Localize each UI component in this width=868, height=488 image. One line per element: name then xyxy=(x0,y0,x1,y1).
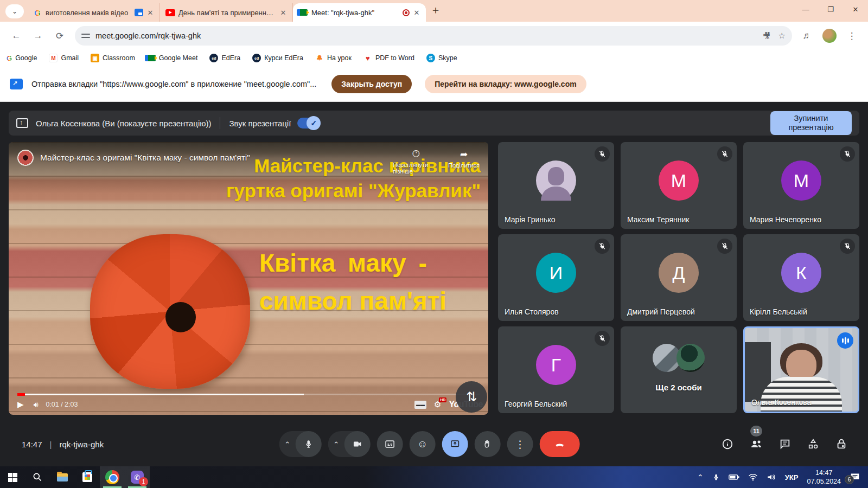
stop-presentation-button[interactable]: Зупинити презентацію xyxy=(770,111,852,134)
participant-tile[interactable]: М Мария Нечепоренко xyxy=(743,142,859,229)
participant-grid: Марія Гринько М Максим Терянник М Мария … xyxy=(498,142,859,413)
window-controls: — ❐ ✕ xyxy=(793,0,868,18)
action-center-icon[interactable]: 6 xyxy=(850,472,860,482)
participant-avatar: К xyxy=(781,253,821,293)
media-controls-icon[interactable]: ♬ xyxy=(798,27,816,45)
participant-tile[interactable]: Д Дмитрий Перцевой xyxy=(621,234,737,321)
volume-icon[interactable] xyxy=(767,473,776,481)
battery-icon[interactable] xyxy=(729,474,739,480)
mic-icon[interactable] xyxy=(296,431,322,457)
participant-name: Георгий Бельский xyxy=(505,400,567,408)
chat-button[interactable] xyxy=(779,438,791,450)
captions-button[interactable] xyxy=(377,431,403,457)
expand-tile-button[interactable]: ⇅ xyxy=(456,381,487,413)
chrome-taskbar-icon[interactable] xyxy=(100,466,125,488)
bookmark-gmail[interactable]: MGmail xyxy=(49,54,79,62)
play-button[interactable]: ▶ xyxy=(17,400,24,409)
url-text[interactable]: meet.google.com/rqk-tjwa-ghk xyxy=(95,31,755,40)
end-call-button[interactable] xyxy=(540,431,580,457)
speaking-indicator-icon xyxy=(837,332,853,349)
bookmark-naurok[interactable]: 🔔︎На урок xyxy=(315,54,352,62)
participant-tile[interactable]: Марія Гринько xyxy=(498,142,614,229)
self-video-tile[interactable]: Ольга Косенкова xyxy=(743,326,859,413)
tab-close-icon[interactable]: ✕ xyxy=(278,8,288,17)
tab-search-button[interactable]: ⌄ xyxy=(5,4,24,18)
back-button[interactable]: ← xyxy=(7,27,25,45)
stop-sharing-button[interactable]: Закрыть доступ xyxy=(331,75,412,93)
tray-mic-icon[interactable] xyxy=(712,473,720,481)
share-button[interactable]: ➦ Поділитися xyxy=(445,149,483,175)
viber-taskbar-icon[interactable]: ✆1 xyxy=(125,466,150,488)
search-button[interactable] xyxy=(25,466,50,488)
mic-control[interactable]: ⌃ xyxy=(279,431,322,457)
reload-button[interactable]: ⟳ xyxy=(50,27,69,45)
language-indicator[interactable]: УКР xyxy=(785,473,799,481)
bookmarks-bar: GGoogle MGmail ▣Classroom Google Meet ed… xyxy=(0,50,868,66)
file-explorer-icon[interactable] xyxy=(50,466,75,488)
tab-close-icon[interactable]: ✕ xyxy=(412,8,422,17)
close-button[interactable]: ✕ xyxy=(843,0,868,18)
bookmark-skype[interactable]: SSkype xyxy=(426,54,457,62)
bookmark-star-icon[interactable]: ☆ xyxy=(778,31,786,41)
more-options-button[interactable]: ⋮ xyxy=(507,431,533,457)
presentation-audio-toggle[interactable]: ✓ xyxy=(297,118,319,129)
camera-icon[interactable] xyxy=(344,431,371,457)
browser-menu-icon[interactable]: ⋮ xyxy=(843,27,861,45)
wifi-icon[interactable] xyxy=(748,473,758,481)
taskbar-clock[interactable]: 14:4707.05.2024 xyxy=(807,468,841,486)
viber-badge: 1 xyxy=(139,477,148,486)
bookmark-edera[interactable]: edEdEra xyxy=(209,54,240,62)
new-tab-button[interactable]: ＋ xyxy=(430,3,441,17)
shared-video-tile[interactable]: Майстер-клас керівника гуртка оригамі "Ж… xyxy=(9,142,488,415)
volume-icon[interactable]: 🔊︎ xyxy=(34,400,39,409)
microsoft-store-icon[interactable] xyxy=(75,466,100,488)
participant-tile[interactable]: К Кірілл Бельській xyxy=(743,234,859,321)
people-button[interactable]: 11 xyxy=(750,438,763,451)
bookmark-google[interactable]: GGoogle xyxy=(7,54,37,62)
tab-3-active[interactable]: Meet: "rqk-tjwa-ghk" ✕ xyxy=(293,3,426,22)
settings-gear-icon[interactable]: ⚙HD xyxy=(434,400,441,409)
overflow-participants-tile[interactable]: Ще 2 особи xyxy=(621,326,737,413)
sharing-message: Отправка вкладки "https://www.google.com… xyxy=(31,80,316,88)
reactions-button[interactable]: ☺ xyxy=(410,431,436,457)
present-button-active[interactable] xyxy=(442,431,468,457)
bookmark-pdf2word[interactable]: ♥PDF to Word xyxy=(363,54,414,62)
activities-button[interactable] xyxy=(807,438,819,450)
youtube-video-title[interactable]: Майстер-клас з оригамі "Квітка маку - си… xyxy=(40,153,250,163)
tab-2[interactable]: День пам'яті та примирення 8 ✕ xyxy=(160,3,293,22)
camera-permission-icon[interactable]: 🎥︎ xyxy=(763,31,771,41)
bookmark-classroom[interactable]: ▣Classroom xyxy=(91,54,135,62)
restore-button[interactable]: ❐ xyxy=(818,0,843,18)
camera-options-chevron[interactable]: ⌃ xyxy=(328,440,344,448)
profile-avatar[interactable] xyxy=(822,29,837,43)
edera-icon: ed xyxy=(209,54,218,62)
subtitles-icon[interactable]: ▬▬ xyxy=(414,401,426,409)
goto-tab-button[interactable]: Перейти на вкладку: www.google.com xyxy=(425,75,586,93)
forward-button[interactable]: → xyxy=(29,27,47,45)
mic-off-icon xyxy=(840,146,855,162)
participant-avatar xyxy=(536,160,576,201)
bookmark-meet[interactable]: Google Meet xyxy=(147,54,198,62)
host-controls-button[interactable] xyxy=(835,438,847,450)
channel-avatar[interactable] xyxy=(17,150,34,166)
camera-control[interactable]: ⌃ xyxy=(328,431,371,457)
meeting-time: 14:47 xyxy=(22,440,42,449)
participant-tile[interactable]: И Илья Столяров xyxy=(498,234,614,321)
start-button[interactable] xyxy=(0,466,25,488)
bookmark-kursy-edera[interactable]: edКурси EdEra xyxy=(252,54,303,62)
google-favicon: G xyxy=(33,8,42,17)
participant-tile[interactable]: Г Георгий Бельский xyxy=(498,326,614,413)
mic-options-chevron[interactable]: ⌃ xyxy=(279,440,296,448)
tab-1[interactable]: G виготовлення маків відео ✕ xyxy=(27,3,160,22)
address-bar[interactable]: meet.google.com/rqk-tjwa-ghk 🎥︎ ☆ xyxy=(75,26,792,46)
site-settings-icon[interactable] xyxy=(81,32,90,40)
tab-close-icon[interactable]: ✕ xyxy=(145,8,155,17)
video-progress-bar[interactable] xyxy=(17,394,480,395)
raise-hand-button[interactable] xyxy=(475,431,501,457)
minimize-button[interactable]: — xyxy=(793,0,818,18)
participant-tile[interactable]: М Максим Терянник xyxy=(621,142,737,229)
watch-later-button[interactable]: 🕐︎ Переглянути пізніше xyxy=(393,149,439,175)
hidden-icons-chevron[interactable]: ⌃ xyxy=(697,473,704,481)
meeting-details-button[interactable] xyxy=(722,438,733,450)
participant-name: Илья Столяров xyxy=(505,307,559,316)
